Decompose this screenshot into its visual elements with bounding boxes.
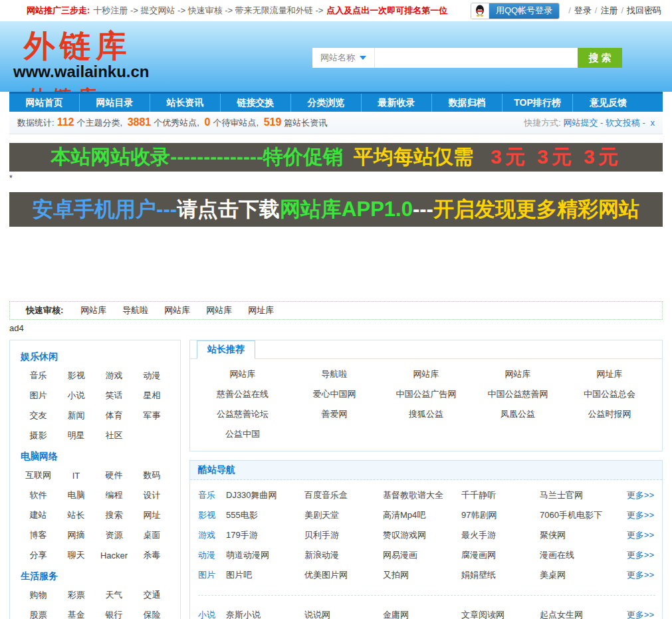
topbar-link-1[interactable]: 注册 — [600, 5, 617, 15]
more-link[interactable]: 更多>> — [627, 569, 655, 581]
sidebar-link[interactable]: 图片 — [19, 386, 57, 406]
coolnav-site[interactable]: 美剧天堂 — [304, 509, 383, 521]
coolnav-site[interactable]: 起点女生网 — [540, 609, 618, 619]
recommend-link[interactable]: 中国公益总会 — [564, 384, 655, 404]
coolnav-category[interactable]: 图片 — [198, 569, 221, 581]
site-logo[interactable]: 外链库 — [24, 25, 132, 67]
coolnav-site[interactable]: 百度音乐盒 — [304, 489, 383, 501]
nav-item-2[interactable]: 站长资讯 — [150, 94, 221, 112]
more-link[interactable]: 更多>> — [627, 509, 655, 521]
recommend-link[interactable]: 善爱网 — [288, 404, 380, 424]
sidebar-link[interactable]: 杀毒 — [133, 545, 171, 565]
coolnav-category[interactable]: 影视 — [198, 509, 221, 521]
sidebar-link[interactable]: 电脑 — [57, 485, 95, 505]
coolnav-site[interactable]: 高清Mp4吧 — [383, 509, 461, 521]
recommend-link[interactable]: 网站库 — [197, 364, 288, 384]
recommend-link[interactable]: 凤凰公益 — [472, 404, 564, 424]
sidebar-link[interactable]: 银行 — [95, 605, 133, 619]
search-category-dropdown[interactable]: 网站名称 — [312, 48, 375, 68]
more-link[interactable]: 更多>> — [627, 609, 655, 619]
sidebar-link[interactable]: 硬件 — [95, 465, 133, 485]
sidebar-link[interactable]: 分享 — [19, 545, 57, 565]
sidebar-link[interactable]: 影视 — [57, 366, 95, 386]
coolnav-site[interactable]: 娟娟壁纸 — [461, 569, 540, 581]
recommend-link[interactable]: 中国公益慈善网 — [472, 384, 564, 404]
recommend-link[interactable]: 导航啦 — [288, 364, 380, 384]
coolnav-site[interactable]: 萌道动漫网 — [226, 549, 304, 561]
coolnav-category[interactable]: 音乐 — [198, 489, 221, 501]
sidebar-link[interactable]: 军事 — [133, 406, 171, 426]
coolnav-site[interactable]: 新浪动漫 — [304, 549, 383, 561]
search-input[interactable] — [375, 48, 578, 68]
recommend-link[interactable]: 公益慈善论坛 — [197, 404, 288, 424]
coolnav-category[interactable]: 动漫 — [198, 549, 221, 561]
coolnav-site[interactable]: 千千静听 — [461, 489, 540, 501]
coolnav-site[interactable]: 美桌网 — [540, 569, 618, 581]
sidebar-link[interactable]: 编程 — [95, 485, 133, 505]
nav-item-3[interactable]: 链接交换 — [221, 94, 291, 112]
recommend-link[interactable]: 网址库 — [564, 364, 655, 384]
coolnav-site[interactable]: 最火手游 — [461, 529, 540, 541]
coolnav-site[interactable]: 腐漫画网 — [461, 549, 540, 561]
sidebar-link[interactable]: 小说 — [57, 386, 95, 406]
sidebar-link[interactable]: 购物 — [19, 585, 57, 605]
sidebar-link[interactable]: 网摘 — [57, 525, 95, 545]
shortcut-link-0[interactable]: 网站提交 — [563, 118, 598, 128]
quick-review-link-4[interactable]: 网址库 — [248, 305, 274, 315]
more-link[interactable]: 更多>> — [627, 529, 655, 541]
sidebar-link[interactable]: 股票 — [19, 605, 57, 619]
sidebar-link[interactable]: 互联网 — [19, 465, 57, 485]
coolnav-site[interactable]: 优美图片网 — [304, 569, 383, 581]
sidebar-link[interactable]: Hacker — [95, 545, 133, 565]
topbar-link-2[interactable]: 找回密码 — [627, 5, 661, 15]
nav-item-8[interactable]: 意见反馈 — [573, 94, 643, 112]
coolnav-category[interactable]: 游戏 — [198, 529, 221, 541]
more-link[interactable]: 更多>> — [627, 549, 655, 561]
coolnav-site[interactable]: 说说网 — [304, 609, 383, 619]
coolnav-site[interactable]: 贝利手游 — [304, 529, 383, 541]
sidebar-link[interactable]: 体育 — [95, 406, 133, 426]
close-shortcut-button[interactable]: x — [651, 118, 655, 128]
coolnav-site[interactable]: 图片吧 — [226, 569, 304, 581]
coolnav-site[interactable]: 555电影 — [226, 509, 304, 521]
sidebar-link[interactable]: 保险 — [133, 605, 171, 619]
sidebar-link[interactable]: 社区 — [95, 426, 133, 445]
sidebar-link[interactable]: 音乐 — [19, 366, 57, 386]
recommend-link[interactable]: 公益中国 — [197, 424, 288, 444]
sidebar-link[interactable]: 交通 — [133, 585, 171, 605]
coolnav-site[interactable]: 赞叹游戏网 — [383, 529, 461, 541]
quick-review-link-1[interactable]: 导航啦 — [122, 305, 148, 315]
nav-item-0[interactable]: 网站首页 — [9, 94, 80, 112]
sidebar-link[interactable]: 彩票 — [57, 585, 95, 605]
coolnav-site[interactable]: DJ330舞曲网 — [226, 489, 304, 501]
sidebar-link[interactable]: 设计 — [133, 485, 171, 505]
sidebar-link[interactable]: 天气 — [95, 585, 133, 605]
more-link[interactable]: 更多>> — [627, 489, 655, 501]
coolnav-site[interactable]: 马兰士官网 — [540, 489, 618, 501]
qq-login-button[interactable]: 用QQ帐号登录 — [471, 3, 560, 19]
recommend-link[interactable]: 网站库 — [472, 364, 564, 384]
recommend-link[interactable]: 慈善公益在线 — [197, 384, 288, 404]
sidebar-link[interactable]: IT — [57, 465, 95, 485]
coolnav-site[interactable]: 179手游 — [226, 529, 304, 541]
search-button[interactable]: 搜 索 — [578, 48, 622, 68]
sidebar-link[interactable]: 基金 — [57, 605, 95, 619]
recommend-link[interactable]: 中国公益广告网 — [380, 384, 472, 404]
nav-item-6[interactable]: 数据归档 — [432, 94, 503, 112]
nav-item-7[interactable]: TOP排行榜 — [503, 94, 573, 112]
sidebar-link[interactable]: 数码 — [133, 465, 171, 485]
sidebar-link[interactable]: 游戏 — [95, 366, 133, 386]
nav-item-5[interactable]: 最新收录 — [362, 94, 432, 112]
nav-item-4[interactable]: 分类浏览 — [291, 94, 362, 112]
sidebar-link[interactable]: 资源 — [95, 525, 133, 545]
recommend-link[interactable]: 公益时报网 — [564, 404, 655, 424]
coolnav-site[interactable]: 文章阅读网 — [461, 609, 540, 619]
coolnav-site[interactable]: 基督教歌谱大全 — [383, 489, 461, 501]
recommend-link[interactable]: 爱心中国网 — [288, 384, 380, 404]
sidebar-link[interactable]: 动漫 — [133, 366, 171, 386]
sidebar-link[interactable]: 笑话 — [95, 386, 133, 406]
recommend-link[interactable]: 网站库 — [380, 364, 472, 384]
coolnav-site[interactable]: 网易漫画 — [383, 549, 461, 561]
coolnav-category[interactable]: 小说 — [198, 609, 221, 619]
coolnav-site[interactable]: 金庸网 — [383, 609, 461, 619]
